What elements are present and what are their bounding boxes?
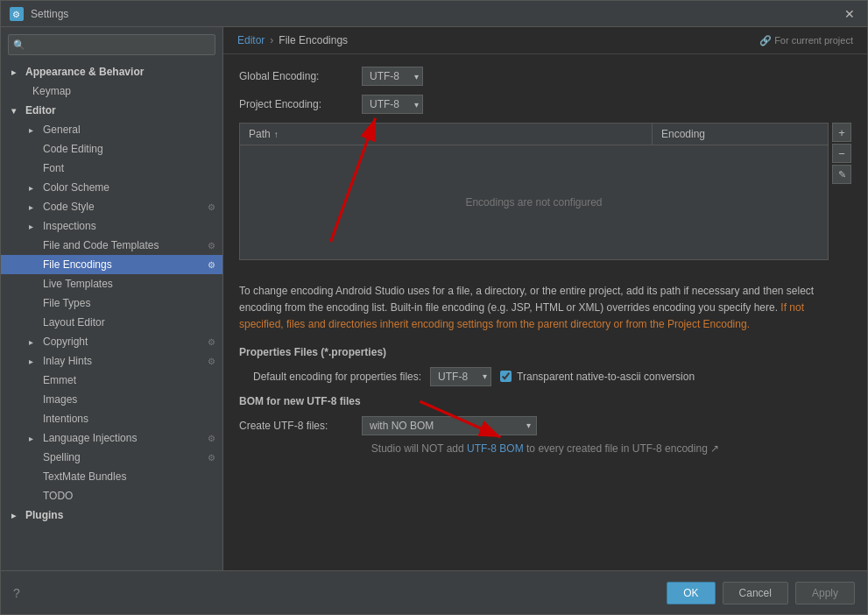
sidebar-item-label: TextMate Bundles — [43, 470, 126, 483]
sidebar-item-keymap[interactable]: Keymap — [1, 81, 222, 101]
sidebar-item-intentions[interactable]: Intentions — [1, 409, 222, 428]
expand-arrow-icon: ▸ — [11, 67, 22, 77]
transparent-checkbox-row: Transparent native-to-ascii conversion — [500, 371, 695, 383]
sidebar-item-label: Intentions — [43, 413, 88, 425]
sidebar-item-images[interactable]: Images — [1, 390, 222, 409]
settings-icon: ⚙ — [208, 337, 215, 347]
breadcrumb-parent[interactable]: Editor — [237, 34, 265, 46]
sidebar-item-label: Copyright — [43, 336, 88, 348]
sidebar-item-label: Inlay Hints — [43, 355, 92, 367]
sidebar-item-copyright[interactable]: ▸ Copyright ⚙ — [1, 332, 222, 351]
default-encoding-dropdown[interactable]: UTF-8 — [430, 367, 491, 386]
sidebar-item-label: File Types — [43, 297, 90, 309]
help-button[interactable]: ? — [13, 586, 20, 600]
main-panel: Editor › File Encodings 🔗 For current pr… — [223, 27, 867, 570]
sidebar-item-file-code-templates[interactable]: File and Code Templates ⚙ — [1, 236, 222, 255]
cancel-button[interactable]: Cancel — [723, 582, 788, 604]
sidebar-item-label: Color Scheme — [43, 181, 109, 194]
col-encoding: Encoding — [653, 124, 828, 145]
settings-icon: ⚙ — [208, 434, 215, 443]
external-link-icon: ↗ — [710, 442, 719, 455]
settings-icon: ⚙ — [208, 260, 215, 270]
encodings-table: Path ↑ Encoding Encodings are not config… — [239, 123, 829, 260]
sidebar-item-emmet[interactable]: Emmet — [1, 371, 222, 390]
sidebar-item-spelling[interactable]: Spelling ⚙ — [1, 448, 222, 467]
sidebar-item-label: Spelling — [43, 451, 81, 463]
create-utf8-label: Create UTF-8 files: — [239, 420, 353, 432]
sidebar-item-layout-editor[interactable]: Layout Editor — [1, 313, 222, 332]
sidebar-item-label: Language Injections — [43, 432, 137, 444]
sidebar-item-label: File Encodings — [43, 258, 112, 271]
breadcrumb: Editor › File Encodings 🔗 For current pr… — [223, 27, 867, 54]
expand-arrow-icon: ▸ — [29, 125, 39, 135]
sidebar-item-label: File and Code Templates — [43, 239, 159, 251]
sidebar-item-font[interactable]: Font — [1, 159, 222, 178]
sidebar-item-label: Code Style — [43, 201, 95, 213]
bom-section: BOM for new UTF-8 files Create UTF-8 fil… — [239, 395, 851, 455]
sidebar-item-inlay-hints[interactable]: ▸ Inlay Hints ⚙ — [1, 351, 222, 371]
sidebar-item-textmate[interactable]: TextMate Bundles — [1, 467, 222, 486]
settings-icon: ⚙ — [208, 357, 215, 366]
close-button[interactable]: ✕ — [841, 5, 858, 23]
apply-button[interactable]: Apply — [795, 582, 855, 604]
sidebar-item-code-style[interactable]: ▸ Code Style ⚙ — [1, 197, 222, 216]
ok-button[interactable]: OK — [667, 582, 715, 604]
sidebar-item-label: Emmet — [43, 374, 76, 386]
sidebar-item-label: Live Templates — [43, 278, 113, 290]
sidebar-item-code-editing[interactable]: Code Editing — [1, 139, 222, 159]
search-box: 🔍 — [8, 34, 215, 55]
default-encoding-label: Default encoding for properties files: — [253, 371, 421, 383]
create-utf8-dropdown[interactable]: with NO BOM — [362, 416, 537, 435]
panel-body: Global Encoding: UTF-8 Project Encoding:… — [223, 54, 867, 570]
sidebar-item-editor[interactable]: ▾ Editor — [1, 101, 222, 120]
transparent-label: Transparent native-to-ascii conversion — [517, 371, 695, 383]
sort-asc-icon: ↑ — [274, 130, 279, 139]
add-button[interactable]: + — [832, 123, 851, 142]
sidebar-item-general[interactable]: ▸ General — [1, 120, 222, 139]
breadcrumb-project: 🔗 For current project — [759, 35, 853, 46]
bom-section-title: BOM for new UTF-8 files — [239, 395, 851, 407]
sidebar-item-live-templates[interactable]: Live Templates — [1, 274, 222, 293]
sidebar-item-appearance[interactable]: ▸ Appearance & Behavior — [1, 62, 222, 81]
transparent-checkbox[interactable] — [500, 371, 512, 382]
title-bar-left: ⚙ Settings — [10, 7, 68, 21]
expand-arrow-icon: ▾ — [11, 106, 22, 116]
project-encoding-dropdown[interactable]: UTF-8 — [362, 95, 423, 114]
sidebar-item-inspections[interactable]: ▸ Inspections — [1, 216, 222, 236]
sidebar-item-plugins[interactable]: ▸ Plugins — [1, 505, 222, 525]
breadcrumb-separator: › — [270, 34, 273, 46]
global-encoding-label: Global Encoding: — [239, 70, 353, 82]
sidebar: 🔍 ▸ Appearance & Behavior Keymap ▾ Edito… — [1, 27, 223, 570]
settings-icon: ⚙ — [208, 453, 215, 463]
empty-message: Encodings are not configured — [465, 196, 602, 209]
bom-row: Create UTF-8 files: with NO BOM — [239, 416, 851, 435]
global-encoding-dropdown[interactable]: UTF-8 — [362, 67, 423, 86]
sidebar-item-label: Appearance & Behavior — [25, 66, 144, 78]
sidebar-item-file-types[interactable]: File Types — [1, 293, 222, 313]
app-icon: ⚙ — [10, 7, 24, 21]
sidebar-item-label: General — [43, 124, 81, 136]
sidebar-item-file-encodings[interactable]: File Encodings ⚙ — [1, 255, 222, 274]
title-bar: ⚙ Settings ✕ — [1, 1, 867, 27]
sidebar-item-label: Keymap — [32, 85, 71, 97]
remove-button[interactable]: − — [832, 144, 851, 163]
sidebar-item-label: Font — [43, 162, 64, 174]
sidebar-item-label: Layout Editor — [43, 316, 105, 329]
col-path: Path ↑ — [240, 124, 653, 145]
settings-window: ⚙ Settings ✕ 🔍 ▸ Appearance & Behavior K… — [0, 0, 868, 615]
search-input[interactable] — [8, 34, 215, 55]
search-icon: 🔍 — [13, 39, 25, 51]
table-body: Encodings are not configured — [240, 145, 828, 259]
sidebar-item-todo[interactable]: TODO — [1, 486, 222, 505]
window-title: Settings — [31, 8, 68, 20]
edit-button[interactable]: ✎ — [832, 165, 851, 184]
sidebar-item-color-scheme[interactable]: ▸ Color Scheme — [1, 178, 222, 197]
info-text: To change encoding Android Studio uses f… — [239, 283, 851, 334]
sidebar-item-label: Images — [43, 393, 77, 406]
settings-icon: ⚙ — [208, 202, 215, 212]
bom-link[interactable]: UTF-8 BOM — [467, 442, 524, 455]
table-toolbar: + − ✎ — [832, 123, 851, 272]
sidebar-item-label: Editor — [25, 104, 56, 117]
svg-text:⚙: ⚙ — [12, 10, 20, 19]
sidebar-item-language-injections[interactable]: ▸ Language Injections ⚙ — [1, 428, 222, 448]
